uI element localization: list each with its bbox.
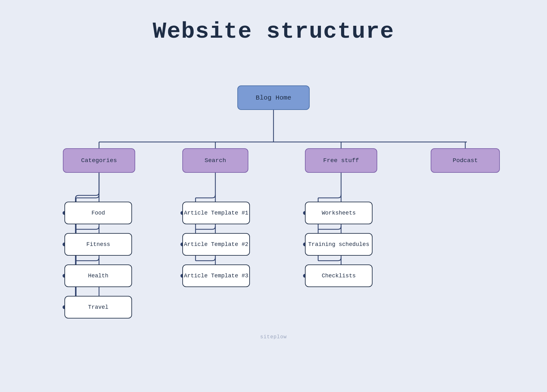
- node-article1[interactable]: Article Template #1: [182, 202, 250, 224]
- node-search[interactable]: Search: [182, 148, 248, 173]
- podcast-label: Podcast: [453, 157, 478, 164]
- article2-label: Article Template #2: [184, 241, 248, 248]
- page-wrapper: Website structure: [0, 0, 547, 392]
- worksheets-label: Worksheets: [322, 210, 356, 216]
- node-article3[interactable]: Article Template #3: [182, 264, 250, 287]
- food-label: Food: [91, 210, 105, 216]
- node-food[interactable]: Food: [64, 202, 132, 224]
- node-training[interactable]: Training schedules: [305, 233, 373, 256]
- node-travel[interactable]: Travel: [64, 296, 132, 318]
- training-label: Training schedules: [308, 241, 369, 248]
- node-freestuff[interactable]: Free stuff: [305, 148, 377, 173]
- watermark: siteplow: [260, 334, 287, 340]
- travel-label: Travel: [88, 304, 108, 310]
- node-article2[interactable]: Article Template #2: [182, 233, 250, 256]
- categories-label: Categories: [81, 157, 117, 164]
- node-fitness[interactable]: Fitness: [64, 233, 132, 256]
- diagram-container: Blog Home Categories Search Free stuff P…: [22, 67, 525, 349]
- node-categories[interactable]: Categories: [63, 148, 135, 173]
- article3-label: Article Template #3: [184, 273, 248, 279]
- node-worksheets[interactable]: Worksheets: [305, 202, 373, 224]
- page-title: Website structure: [153, 19, 395, 45]
- checklists-label: Checklists: [322, 273, 356, 279]
- node-checklists[interactable]: Checklists: [305, 264, 373, 287]
- root-label: Blog Home: [256, 94, 291, 101]
- node-root[interactable]: Blog Home: [237, 85, 310, 110]
- node-podcast[interactable]: Podcast: [431, 148, 500, 173]
- freestuff-label: Free stuff: [323, 157, 359, 164]
- article1-label: Article Template #1: [184, 210, 248, 216]
- node-health[interactable]: Health: [64, 264, 132, 287]
- health-label: Health: [88, 273, 108, 279]
- search-label: Search: [205, 157, 226, 164]
- fitness-label: Fitness: [86, 241, 110, 248]
